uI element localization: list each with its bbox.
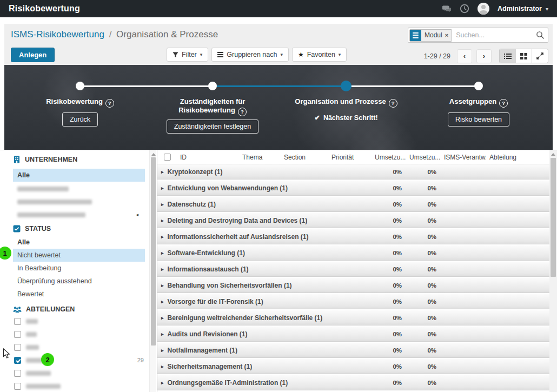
annotation-badge-2: 2	[41, 353, 54, 366]
scroll-up-arrow-icon[interactable]	[551, 153, 555, 156]
column-header-abteilung[interactable]: Abteilung	[486, 154, 549, 161]
company-filter-redacted[interactable]	[13, 182, 145, 195]
checkbox-unchecked[interactable]	[14, 344, 21, 351]
kanban-view-icon	[520, 53, 527, 59]
breadcrumb: ISMS-Risikobewertung / Organisation & Pr…	[11, 29, 218, 40]
company-filter-alle[interactable]: Alle	[13, 169, 145, 182]
column-header-prioritaet[interactable]: Priorität	[328, 154, 372, 161]
sidebar-scrollbar-thumb[interactable]	[151, 157, 156, 346]
step-1-back-button[interactable]: Zurück	[62, 112, 98, 127]
checkbox-unchecked[interactable]	[14, 383, 21, 390]
breadcrumb-separator: /	[109, 29, 112, 39]
column-header-section[interactable]: Section	[281, 154, 328, 161]
facet-remove-icon[interactable]: ×	[445, 32, 448, 38]
avatar[interactable]	[478, 3, 489, 15]
status-item-label: Überprüfung ausstehend	[17, 277, 92, 285]
pager-next-button[interactable]: ›	[476, 49, 492, 63]
search-icon[interactable]	[536, 31, 545, 39]
department-filter-redacted[interactable]	[13, 315, 145, 328]
step-4-action-button[interactable]: Risko bewerten	[448, 112, 509, 127]
kanban-view-button[interactable]	[515, 49, 532, 63]
department-filter-checked[interactable]: 29	[13, 354, 145, 367]
pager-previous-button[interactable]: ‹	[457, 49, 472, 63]
table-group-row[interactable]: ▸Sicherheitsmanagement (1) 0% 0%	[157, 359, 549, 374]
company-filter-redacted[interactable]	[13, 195, 145, 208]
checkbox-checked[interactable]	[14, 357, 21, 364]
table-group-row[interactable]: ▸Entwicklung von Webanwendungen (1) 0% 0…	[157, 181, 549, 196]
column-header-umsetzung-2[interactable]: Umsetzu...	[406, 154, 441, 161]
table-scrollbar-thumb[interactable]	[551, 158, 556, 277]
scroll-up-arrow-icon[interactable]	[151, 153, 156, 156]
table-group-row[interactable]: ▸Audits und Revisionen (1) 0% 0%	[157, 327, 549, 342]
search-facet[interactable]: Modul ×	[409, 29, 452, 42]
activity-clock-icon[interactable]	[460, 4, 469, 14]
help-icon[interactable]: ?	[499, 99, 508, 108]
expand-triangle-icon: ▸	[161, 267, 164, 272]
table-group-row[interactable]: ▸Datenschutz (1) 0% 0%	[157, 197, 549, 212]
column-header-umsetzung-1[interactable]: Umsetzu...	[372, 154, 406, 161]
group-umsetzung-2: 0%	[406, 331, 441, 337]
expand-triangle-icon: ▸	[161, 202, 164, 207]
help-icon[interactable]: ?	[105, 99, 114, 108]
step-3-next-note: ✔Nächster Schritt!	[287, 114, 406, 122]
search-box[interactable]: Modul ×	[408, 28, 548, 43]
select-all-checkbox[interactable]	[164, 154, 171, 161]
risk-assessment-app: Risikobewertung Administrator ▾ ISMS-Ri	[0, 0, 557, 392]
checkbox-unchecked[interactable]	[14, 318, 21, 325]
table-group-row[interactable]: ▸Notfallmanagement (1) 0% 0%	[157, 343, 549, 358]
step-dot-4[interactable]	[474, 82, 483, 90]
checkbox-unchecked[interactable]	[14, 370, 21, 377]
help-icon[interactable]: ?	[238, 108, 247, 116]
step-dot-3-active[interactable]	[341, 81, 352, 91]
filter-label: Filter	[182, 51, 197, 58]
department-filter-redacted[interactable]	[13, 380, 145, 392]
department-filter-redacted[interactable]	[13, 341, 145, 354]
step-dot-1[interactable]	[76, 82, 84, 90]
company-filter-redacted[interactable]: ◂	[13, 208, 145, 221]
pager-zone: 1-29 / 29 ‹ ›	[424, 49, 548, 63]
table-group-row[interactable]: ▸Kryptokonzept (1) 0% 0%	[157, 164, 549, 180]
checkbox-unchecked[interactable]	[14, 331, 21, 338]
user-menu[interactable]: Administrator	[498, 5, 542, 12]
department-filter-redacted[interactable]	[13, 328, 145, 341]
redacted-text	[26, 384, 61, 389]
expand-triangle-icon: ▸	[161, 283, 164, 288]
collapse-left-icon[interactable]: ◂	[136, 212, 138, 217]
filter-button[interactable]: Filter ▾	[167, 48, 208, 62]
status-filter-nicht-bewertet[interactable]: Nicht bewertet	[13, 249, 145, 262]
table-group-row[interactable]: ▸Behandlung von Sicherheitsvorfällen (1)…	[157, 278, 549, 293]
column-header-id[interactable]: ID	[177, 154, 239, 161]
table-group-row[interactable]: ▸Deleting and Destroying Data and Device…	[157, 213, 549, 228]
department-filter-redacted[interactable]	[13, 367, 145, 380]
favorites-button[interactable]: ★ Favoriten ▾	[292, 48, 347, 62]
table-group-row[interactable]: ▸Ordnungsgemäße IT-Administration (1) 0%…	[157, 375, 549, 390]
status-filter-bewertet[interactable]: Bewertet	[13, 288, 145, 301]
help-icon[interactable]: ?	[389, 99, 397, 108]
group-by-button[interactable]: Gruppieren nach ▾	[211, 48, 289, 62]
sidebar-scrollbar[interactable]	[149, 150, 156, 392]
column-header-thema[interactable]: Thema	[239, 154, 281, 161]
step-2-action-button[interactable]: Zuständigkeiten festlegen	[167, 119, 258, 134]
table-group-row[interactable]: ▸Bereinigung weitreichender Sicherheitsv…	[157, 310, 549, 325]
search-input[interactable]	[455, 31, 533, 39]
table-group-row[interactable]: ▸Informationssicherheit auf Auslandsreis…	[157, 229, 549, 244]
redacted-text	[17, 212, 85, 217]
table-scrollbar[interactable]	[549, 150, 557, 392]
redacted-text	[26, 319, 38, 324]
messages-icon[interactable]	[442, 4, 452, 14]
status-filter-in-bearbeitung[interactable]: In Bearbeitung	[13, 262, 145, 275]
table-group-row[interactable]: ▸Informationsaustausch (1) 0% 0%	[157, 262, 549, 277]
table-group-row[interactable]: ▸Vorsorge für die IT-Forensik (1) 0% 0%	[157, 294, 549, 309]
column-header-isms-verantw[interactable]: ISMS-Verantw...	[441, 154, 486, 161]
table-group-row[interactable]: ▸Software-Entwicklung (1) 0% 0%	[157, 245, 549, 261]
redacted-text	[26, 345, 39, 350]
step-dot-2[interactable]	[208, 82, 217, 90]
breadcrumb-parent-link[interactable]: ISMS-Risikobewertung	[11, 29, 104, 39]
group-umsetzung-2: 0%	[406, 266, 441, 273]
create-button[interactable]: Anlegen	[11, 48, 55, 62]
status-filter-ueberpruefung[interactable]: Überprüfung ausstehend	[13, 275, 145, 288]
group-umsetzung-2: 0%	[406, 169, 441, 175]
list-view-button[interactable]	[500, 49, 515, 63]
status-filter-alle[interactable]: Alle	[13, 236, 145, 249]
expand-view-button[interactable]	[532, 49, 548, 63]
